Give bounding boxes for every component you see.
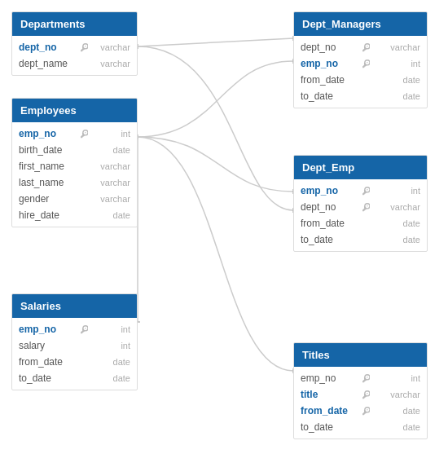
dept-managers-title: Dept_Managers bbox=[294, 12, 427, 36]
col-to-date: to_date bbox=[301, 90, 358, 102]
svg-line-0 bbox=[138, 38, 293, 46]
key-icon bbox=[361, 407, 370, 416]
col-first-name: first_name bbox=[19, 161, 76, 172]
col-to-date: to_date bbox=[19, 372, 76, 384]
table-row: dept_no varchar bbox=[294, 199, 427, 215]
table-row: to_date date bbox=[294, 419, 427, 435]
col-emp-no: emp_no bbox=[301, 372, 358, 384]
table-row: from_date date bbox=[294, 215, 427, 231]
col-gender: gender bbox=[19, 193, 76, 205]
table-row: dept_no varchar bbox=[294, 39, 427, 55]
col-salary: salary bbox=[19, 340, 76, 351]
table-row: from_date date bbox=[294, 72, 427, 88]
col-dept-no: dept_no bbox=[301, 42, 358, 53]
table-row: gender varchar bbox=[12, 191, 137, 207]
key-icon bbox=[79, 130, 88, 139]
erd-diagram: Departments dept_no varchar dept_name va… bbox=[0, 0, 448, 476]
dept-managers-table: Dept_Managers dept_no varchar emp_no int… bbox=[293, 11, 428, 108]
table-row: emp_no int bbox=[294, 55, 427, 72]
salaries-table: Salaries emp_no int salary int from_date… bbox=[11, 293, 138, 390]
table-row: dept_no varchar bbox=[12, 39, 137, 55]
table-row: from_date date bbox=[12, 354, 137, 370]
titles-table: Titles emp_no int title varchar from_dat… bbox=[293, 342, 428, 439]
key-icon bbox=[361, 390, 370, 399]
table-row: from_date date bbox=[294, 403, 427, 419]
key-icon bbox=[79, 43, 88, 52]
key-icon bbox=[361, 187, 370, 196]
table-row: last_name varchar bbox=[12, 174, 137, 191]
col-dept-no: dept_no bbox=[301, 201, 358, 213]
col-emp-no: emp_no bbox=[301, 185, 358, 196]
table-row: emp_no int bbox=[12, 321, 137, 337]
dept-emp-title: Dept_Emp bbox=[294, 156, 427, 179]
employees-title: Employees bbox=[12, 99, 137, 122]
key-icon bbox=[361, 203, 370, 212]
col-emp-no: emp_no bbox=[19, 128, 76, 139]
table-row: emp_no int bbox=[294, 370, 427, 386]
table-row: salary int bbox=[12, 337, 137, 354]
col-title: title bbox=[301, 389, 358, 400]
table-row: birth_date date bbox=[12, 142, 137, 158]
col-emp-no: emp_no bbox=[19, 324, 76, 335]
table-row: title varchar bbox=[294, 386, 427, 403]
col-to-date: to_date bbox=[301, 234, 358, 245]
key-icon bbox=[361, 374, 370, 383]
table-row: to_date date bbox=[294, 231, 427, 248]
departments-title: Departments bbox=[12, 12, 137, 36]
table-row: emp_no int bbox=[12, 126, 137, 142]
table-row: first_name varchar bbox=[12, 158, 137, 174]
table-row: to_date date bbox=[294, 88, 427, 104]
col-from-date: from_date bbox=[19, 356, 76, 368]
col-to-date: to_date bbox=[301, 421, 358, 433]
key-icon bbox=[361, 60, 370, 68]
col-from-date: from_date bbox=[301, 74, 358, 86]
departments-table: Departments dept_no varchar dept_name va… bbox=[11, 11, 138, 76]
col-hire-date: hire_date bbox=[19, 209, 76, 221]
table-row: hire_date date bbox=[12, 207, 137, 223]
col-last-name: last_name bbox=[19, 177, 76, 188]
salaries-title: Salaries bbox=[12, 294, 137, 318]
employees-table: Employees emp_no int birth_date date fir… bbox=[11, 98, 138, 227]
col-from-date: from_date bbox=[301, 405, 358, 416]
col-birth-date: birth_date bbox=[19, 144, 76, 156]
table-row: dept_name varchar bbox=[12, 55, 137, 72]
titles-title: Titles bbox=[294, 343, 427, 367]
table-row: emp_no int bbox=[294, 183, 427, 199]
key-icon bbox=[79, 325, 88, 334]
col-from-date: from_date bbox=[301, 218, 358, 229]
dept-emp-table: Dept_Emp emp_no int dept_no varchar from… bbox=[293, 155, 428, 252]
col-emp-no: emp_no bbox=[301, 58, 358, 69]
table-row: to_date date bbox=[12, 370, 137, 386]
col-dept-no: dept_no bbox=[19, 42, 76, 53]
key-icon bbox=[361, 43, 370, 52]
col-dept-name: dept_name bbox=[19, 58, 76, 69]
